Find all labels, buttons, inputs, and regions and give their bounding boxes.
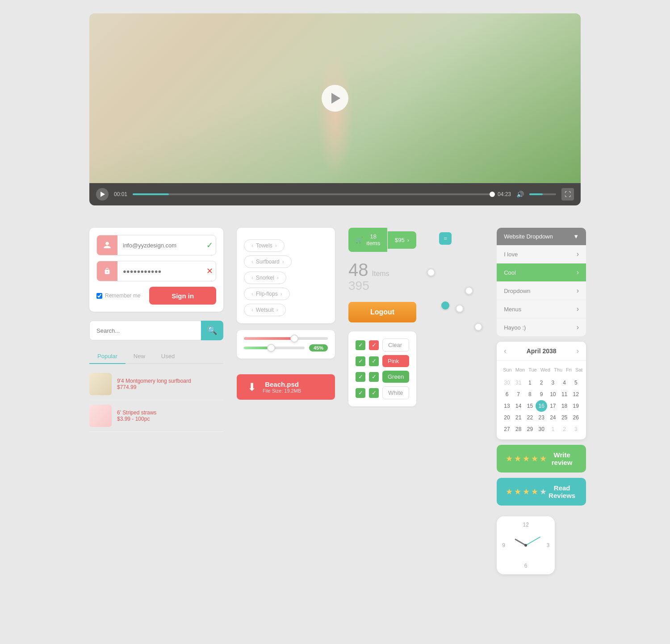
cal-day-3b[interactable]: 3	[570, 423, 582, 435]
cal-day-30b[interactable]: 30	[536, 423, 547, 435]
cal-day-29[interactable]: 29	[524, 423, 536, 435]
dropdown-item-5[interactable]: Hayoo :) ›	[497, 318, 586, 336]
calendar-next-button[interactable]: ›	[577, 347, 579, 355]
logout-button[interactable]: Logout	[348, 302, 416, 322]
checkbox-pink-1[interactable]: ✓	[356, 356, 365, 366]
product-item-2[interactable]: 6' Striped straws $3.99 - 100pc	[89, 400, 223, 432]
vslider-5-track[interactable]	[477, 232, 480, 353]
vslider-1-track[interactable]	[430, 232, 432, 353]
cal-day-16[interactable]: 16	[536, 400, 547, 412]
cal-day-17[interactable]: 17	[547, 400, 559, 412]
tag-snorkel[interactable]: Snorkel	[244, 272, 286, 284]
tab-popular[interactable]: Popular	[89, 349, 126, 364]
cal-day-30a[interactable]: 30	[501, 377, 513, 389]
dropdown-item-2[interactable]: Cool ›	[497, 263, 586, 282]
color-label-clear[interactable]: Clear	[382, 339, 409, 351]
vslider-3-track[interactable]	[458, 232, 461, 353]
cal-day-13[interactable]: 13	[501, 400, 513, 412]
search-input[interactable]	[89, 321, 201, 340]
tag-flipflops[interactable]: Flip-flops	[244, 288, 290, 300]
slider-2-track[interactable]	[244, 347, 305, 349]
play-icon[interactable]	[96, 188, 109, 201]
tab-used[interactable]: Used	[153, 349, 183, 364]
cal-day-27[interactable]: 27	[501, 423, 513, 435]
checkbox-white-1[interactable]: ✓	[356, 388, 365, 398]
vslider-3-thumb[interactable]	[456, 305, 464, 313]
progress-thumb[interactable]	[490, 192, 495, 197]
volume-icon[interactable]: 🔊	[516, 191, 524, 198]
password-field[interactable]	[117, 268, 203, 275]
checkbox-clear-2[interactable]: ✓	[369, 340, 379, 350]
fullscreen-icon[interactable]: ⛶	[561, 188, 574, 201]
cal-day-19[interactable]: 19	[570, 400, 582, 412]
color-label-pink[interactable]: Pink	[382, 355, 409, 367]
vslider-5-thumb[interactable]	[474, 323, 482, 331]
cal-day-20[interactable]: 20	[501, 412, 513, 423]
cal-day-2[interactable]: 2	[536, 377, 547, 389]
cal-day-18[interactable]: 18	[559, 400, 570, 412]
checkbox-green-1[interactable]: ✓	[356, 372, 365, 382]
dropdown-section: Website Dropdown ▼ I love › Cool › Dropd…	[497, 228, 586, 336]
cal-day-22[interactable]: 22	[524, 412, 536, 423]
cal-day-3[interactable]: 3	[547, 377, 559, 389]
cal-day-21[interactable]: 21	[513, 412, 524, 423]
vslider-1-thumb[interactable]	[427, 268, 435, 276]
vslider-2-track[interactable]	[444, 250, 447, 353]
cal-day-26[interactable]: 26	[570, 412, 582, 423]
tab-new[interactable]: New	[126, 349, 153, 364]
dropdown-item-3[interactable]: Dropdown ›	[497, 282, 586, 300]
cart-button[interactable]: 🛒 18 items	[348, 228, 387, 252]
checkbox-clear-1[interactable]: ✓	[356, 340, 365, 350]
cal-day-5[interactable]: 5	[570, 377, 582, 389]
download-button[interactable]: ⬇ Beach.psd File Size: 19.2MB	[237, 374, 335, 400]
dropdown-item-4[interactable]: Menus ›	[497, 300, 586, 318]
cal-day-28[interactable]: 28	[513, 423, 524, 435]
cart-price-button[interactable]: $95 ›	[388, 231, 416, 249]
color-label-green[interactable]: Green	[382, 371, 409, 383]
cal-day-7[interactable]: 7	[513, 389, 524, 400]
cal-day-9[interactable]: 9	[536, 389, 547, 400]
video-play-button[interactable]	[322, 85, 348, 112]
cal-day-14[interactable]: 14	[513, 400, 524, 412]
cal-day-8[interactable]: 8	[524, 389, 536, 400]
tag-towels[interactable]: Towels	[244, 239, 285, 252]
write-review-button[interactable]: ★ ★ ★ ★ ★ Write review	[497, 445, 586, 473]
tag-surfboard[interactable]: Surfboard	[244, 255, 292, 268]
checkbox-green-2[interactable]: ✓	[369, 372, 379, 382]
slider-1-thumb[interactable]	[290, 335, 298, 343]
calendar-prev-button[interactable]: ‹	[504, 347, 506, 355]
cal-day-12[interactable]: 12	[570, 389, 582, 400]
cal-day-31a[interactable]: 31	[513, 377, 524, 389]
cal-day-15[interactable]: 15	[524, 400, 536, 412]
product-info-1: 9'4 Montgomery long surfboard $774.99	[117, 378, 191, 390]
cal-day-23[interactable]: 23	[536, 412, 547, 423]
slider-2-thumb[interactable]	[267, 344, 275, 352]
signin-button[interactable]: Sign in	[149, 287, 216, 305]
volume-slider[interactable]	[529, 193, 556, 195]
checkbox-pink-2[interactable]: ✓	[369, 356, 379, 366]
cal-day-6[interactable]: 6	[501, 389, 513, 400]
progress-bar[interactable]	[133, 193, 492, 195]
cal-day-25[interactable]: 25	[559, 412, 570, 423]
read-reviews-button[interactable]: ★ ★ ★ ★ ★ Read Reviews	[497, 478, 586, 506]
cal-day-1[interactable]: 1	[524, 377, 536, 389]
checkbox-white-2[interactable]: ✓	[369, 388, 379, 398]
product-item-1[interactable]: 9'4 Montgomery long surfboard $774.99	[89, 368, 223, 400]
vslider-4-track[interactable]	[468, 232, 470, 353]
cal-day-1b[interactable]: 1	[547, 423, 559, 435]
cal-day-2b[interactable]: 2	[559, 423, 570, 435]
search-button[interactable]: 🔍	[201, 321, 223, 340]
tag-wetsuit[interactable]: Wetsuit	[244, 304, 286, 316]
dropdown-item-1[interactable]: I love ›	[497, 245, 586, 263]
vslider-4-thumb[interactable]	[465, 287, 473, 295]
remember-checkbox[interactable]	[96, 293, 102, 299]
slider-1-track[interactable]	[244, 337, 328, 340]
cal-day-4[interactable]: 4	[559, 377, 570, 389]
color-label-white[interactable]: White	[382, 386, 409, 399]
vslider-2-thumb[interactable]	[441, 301, 449, 309]
cal-day-24[interactable]: 24	[547, 412, 559, 423]
cal-day-11[interactable]: 11	[559, 389, 570, 400]
cal-day-10[interactable]: 10	[547, 389, 559, 400]
dropdown-toggle-icon[interactable]: ▼	[573, 233, 579, 240]
email-field[interactable]	[117, 242, 203, 249]
